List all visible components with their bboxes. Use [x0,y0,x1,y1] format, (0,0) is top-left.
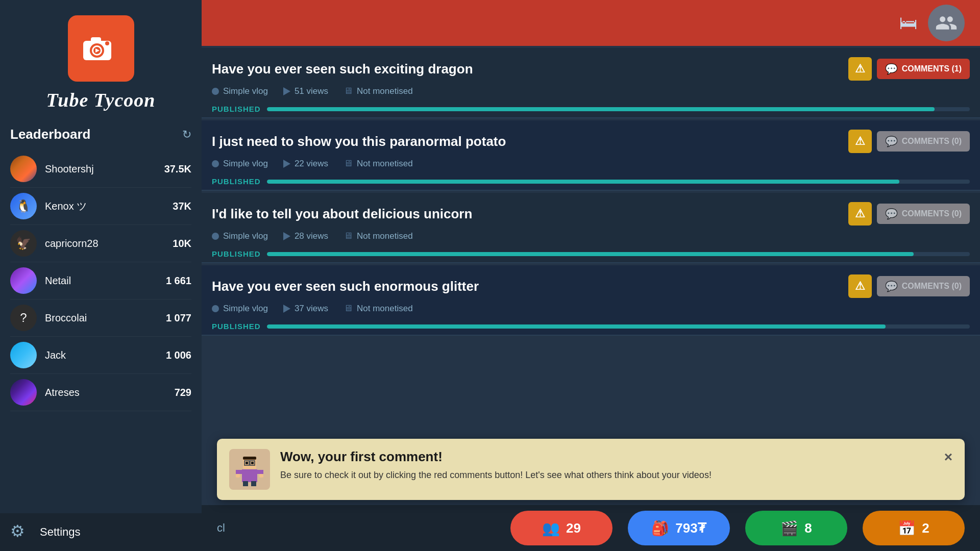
comments-button[interactable]: 💬COMMENTS (0) [877,276,970,296]
stat-currency-value: 793₮ [675,520,706,536]
leaderboard-header: Leaderboard ↻ [10,127,191,142]
video-category: Simple vlog [212,159,268,169]
bottom-stats: 👥29🎒793₮🎬8📅2 [510,511,965,545]
avatar-broccolai: ? [10,305,37,331]
refresh-icon[interactable]: ↻ [182,128,191,141]
video-category: Simple vlog [212,86,268,96]
warning-button[interactable]: ⚠ [848,274,872,298]
warning-button[interactable]: ⚠ [848,130,872,153]
progress-fill [267,180,900,184]
settings-item[interactable]: ⚙ Settings [0,513,202,551]
comments-icon: 💬 [885,280,898,292]
svg-rect-9 [243,457,256,460]
video-monetisation: 🖥Not monetised [344,303,413,314]
video-monetisation: 🖥Not monetised [344,86,413,96]
progress-fill [267,324,886,329]
svg-rect-17 [236,474,240,478]
stat-videos-icon: 🎬 [780,520,798,537]
svg-rect-7 [242,469,257,482]
video-item-0: Have you ever seen such exciting dragon⚠… [202,48,980,118]
app-title: Tube Tycoon [46,89,156,111]
leaderboard-name-jack: Jack [45,349,166,361]
video-monetisation: 🖥Not monetised [344,231,413,241]
videos-area: Have you ever seen such exciting dragon⚠… [202,46,980,505]
comments-icon: 💬 [885,135,898,147]
comments-button[interactable]: 💬COMMENTS (0) [877,131,970,152]
leaderboard-name-kenox: Kenox ツ [45,199,173,213]
leaderboard-name-shootershj: Shootershj [45,163,164,175]
avatar-kenox: 🐧 [10,193,37,219]
progress-track [267,180,970,184]
video-title: I just need to show you this paranormal … [212,134,848,149]
leaderboard-item-capricorn28[interactable]: 🦅capricorn2810K [10,225,191,262]
leaderboard-list: Shootershj37.5K🐧Kenox ツ37K🦅capricorn2810… [10,151,191,411]
comments-button[interactable]: 💬COMMENTS (1) [877,59,970,79]
published-row: PUBLISHED [212,245,970,262]
profile-button[interactable] [928,5,965,41]
notification-close-button[interactable]: × [944,449,952,465]
leaderboard-score-broccolai: 1 077 [166,312,191,324]
stat-subscribers-value: 29 [566,520,581,536]
leaderboard-item-shootershj[interactable]: Shootershj37.5K [10,151,191,188]
leaderboard-item-kenox[interactable]: 🐧Kenox ツ37K [10,188,191,225]
leaderboard-score-capricorn28: 10K [173,238,191,249]
comments-label: COMMENTS (0) [902,137,962,146]
svg-rect-4 [91,37,101,43]
app-logo-icon [68,15,134,82]
video-actions: ⚠💬COMMENTS (0) [848,130,970,153]
leaderboard-item-jack[interactable]: Jack1 006 [10,337,191,374]
video-title: I'd like to tell you about delicious uni… [212,206,848,222]
video-actions: ⚠💬COMMENTS (0) [848,202,970,226]
stat-calendar-value: 2 [922,520,929,536]
stat-currency: 🎒793₮ [628,511,730,545]
bottom-partial-text: cl [217,521,225,535]
video-actions: ⚠💬COMMENTS (0) [848,274,970,298]
leaderboard-title: Leaderboard [10,127,91,142]
published-label: PUBLISHED [212,322,261,331]
comments-label: COMMENTS (0) [902,209,962,218]
bed-icon[interactable]: 🛏 [899,12,918,34]
leaderboard-item-atreses[interactable]: Atreses729 [10,374,191,411]
stat-videos: 🎬8 [745,511,847,545]
avatar-netail [10,267,37,294]
progress-track [267,252,970,256]
comments-label: COMMENTS (0) [902,282,962,291]
svg-rect-11 [251,462,254,464]
video-actions: ⚠💬COMMENTS (1) [848,57,970,81]
leaderboard-item-netail[interactable]: Netail1 661 [10,262,191,299]
avatar-shootershj [10,156,37,182]
warning-button[interactable]: ⚠ [848,57,872,81]
published-label: PUBLISHED [212,105,261,113]
leaderboard-score-kenox: 37K [173,201,191,212]
video-views: 37 views [283,304,328,314]
video-title: Have you ever seen such exciting dragon [212,61,848,77]
comments-icon: 💬 [885,63,898,75]
published-row: PUBLISHED [212,173,970,190]
progress-fill [267,252,914,256]
svg-rect-19 [243,481,248,486]
video-views: 51 views [283,86,328,96]
leaderboard-item-broccolai[interactable]: ?Broccolai1 077 [10,299,191,337]
leaderboard-name-netail: Netail [45,275,166,287]
video-item-3: Have you ever seen such enormous glitter… [202,265,980,336]
notification-popup: Wow, your first comment! Be sure to chec… [217,439,965,500]
notification-content: Wow, your first comment! Be sure to chec… [280,449,934,482]
stat-calendar-icon: 📅 [898,520,916,537]
main-content: 🛏 Have you ever seen such exciting drago… [202,0,980,551]
svg-rect-18 [259,474,263,478]
stat-calendar: 📅2 [863,511,965,545]
video-category: Simple vlog [212,231,268,241]
video-category: Simple vlog [212,304,268,314]
video-meta-row: Simple vlog28 views🖥Not monetised [212,231,970,241]
video-meta-row: Simple vlog22 views🖥Not monetised [212,158,970,169]
warning-button[interactable]: ⚠ [848,202,872,226]
video-item-1: I just need to show you this paranormal … [202,120,980,191]
settings-label: Settings [40,525,81,539]
video-meta-row: Simple vlog51 views🖥Not monetised [212,86,970,96]
top-bar: 🛏 [202,0,980,46]
notification-title: Wow, your first comment! [280,449,934,465]
published-row: PUBLISHED [212,318,970,335]
avatar-atreses [10,379,37,406]
video-views: 22 views [283,159,328,169]
comments-button[interactable]: 💬COMMENTS (0) [877,204,970,224]
